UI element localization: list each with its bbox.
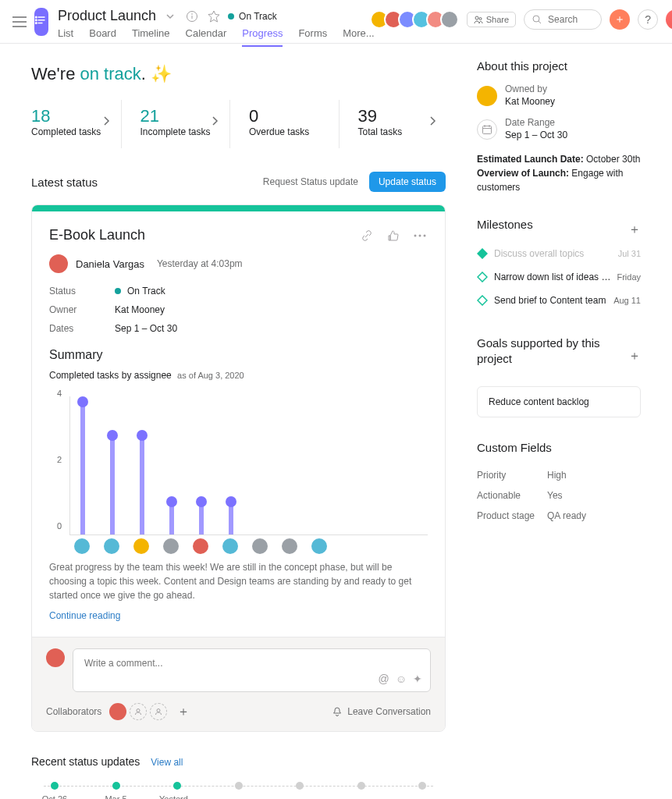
owner-avatar	[477, 86, 497, 106]
chart-title: Completed tasks by assignee as of Aug 3,…	[49, 370, 428, 381]
custom-field-row: Product stage QA ready	[477, 506, 641, 526]
status-dot-icon	[228, 13, 234, 20]
recent-updates-heading: Recent status updates	[31, 755, 140, 768]
search-icon	[532, 15, 542, 24]
status-timeline: Oct 26 Mar 5 Yesterd...	[31, 782, 446, 799]
date-range-value: Sep 1 – Oct 30	[505, 130, 567, 142]
info-icon[interactable]	[184, 9, 200, 24]
tab-calendar[interactable]: Calendar	[186, 27, 227, 47]
tab-list[interactable]: List	[58, 27, 73, 47]
help-button[interactable]: ?	[638, 9, 658, 30]
stat-value: 39	[358, 106, 436, 126]
svg-point-9	[419, 234, 421, 236]
assignee-avatar	[163, 538, 179, 554]
timeline-point	[399, 782, 446, 799]
milestone-date: Aug 11	[613, 296, 641, 305]
timeline-dot-icon	[296, 782, 304, 790]
share-button[interactable]: Share	[467, 12, 516, 27]
custom-field-key: Actionable	[477, 490, 547, 501]
share-label: Share	[486, 15, 509, 24]
emoji-icon[interactable]: ☺	[396, 673, 407, 685]
status-timestamp: Yesterday at 4:03pm	[157, 258, 243, 269]
y-tick: 0	[57, 521, 62, 531]
assignee-avatar	[74, 538, 90, 554]
continue-reading-link[interactable]: Continue reading	[49, 610, 428, 621]
svg-point-0	[36, 16, 37, 18]
assignee-avatar	[133, 538, 149, 554]
timeline-point[interactable]: Mar 5	[93, 782, 140, 799]
project-tabs: ListBoardTimelineCalendarProgressFormsMo…	[58, 27, 375, 47]
stat-card[interactable]: 39 Total tasks	[339, 100, 446, 148]
mention-icon[interactable]: @	[378, 673, 389, 685]
leave-conversation-button[interactable]: Leave Conversation	[332, 706, 431, 717]
timeline-label: Oct 26	[42, 794, 67, 799]
add-goal-button[interactable]: ＋	[628, 348, 641, 364]
current-user-avatar[interactable]	[666, 9, 672, 30]
project-status-pill[interactable]: On Track	[228, 11, 277, 22]
tab-progress[interactable]: Progress	[242, 27, 283, 47]
stat-card[interactable]: 18 Completed tasks	[31, 100, 119, 148]
milestone-date: Jul 31	[618, 249, 641, 258]
custom-field-key: Priority	[477, 470, 547, 481]
milestone-diamond-icon	[477, 272, 488, 282]
milestone-text: Discuss overall topics	[494, 248, 612, 259]
milestone-item[interactable]: Discuss overall topics Jul 31	[477, 242, 641, 265]
update-status-button[interactable]: Update status	[369, 172, 446, 192]
assignee-avatar	[104, 538, 119, 554]
member-avatar[interactable]	[440, 10, 459, 29]
request-status-link[interactable]: Request Status update	[263, 176, 358, 187]
comment-input-box[interactable]: @ ☺ ✦	[73, 648, 431, 692]
chevron-down-icon[interactable]	[162, 9, 178, 24]
chart-bar	[105, 430, 120, 534]
meta-status-value: On Track	[115, 286, 428, 297]
people-icon	[474, 15, 483, 24]
collaborator-placeholder[interactable]	[150, 703, 167, 720]
member-avatars[interactable]	[375, 10, 459, 29]
author-avatar	[49, 254, 68, 273]
timeline-dot-icon	[173, 782, 181, 790]
star-icon[interactable]	[206, 9, 222, 24]
timeline-point[interactable]: Yesterd...	[154, 782, 201, 799]
search-input[interactable]	[546, 13, 593, 26]
svg-point-7	[533, 16, 539, 22]
milestone-text: Send brief to Content team	[494, 295, 607, 306]
link-icon[interactable]	[359, 228, 375, 243]
chart-bar	[134, 430, 150, 534]
milestone-item[interactable]: Narrow down list of ideas t... Friday	[477, 265, 641, 289]
tab-timeline[interactable]: Timeline	[132, 27, 170, 47]
add-button[interactable]: ＋	[610, 9, 630, 30]
owner-value: Kat Mooney	[505, 96, 555, 108]
collaborator-avatar[interactable]	[109, 703, 126, 720]
search-box[interactable]	[524, 9, 602, 30]
chart-bar	[223, 496, 239, 534]
add-milestone-button[interactable]: ＋	[628, 222, 641, 238]
stat-card: 0 Overdue tasks	[229, 100, 337, 148]
milestone-text: Narrow down list of ideas t...	[494, 272, 610, 282]
status-card-title: E-Book Launch	[49, 227, 359, 243]
hamburger-menu-button[interactable]	[12, 11, 27, 33]
timeline-point[interactable]: Oct 26	[31, 782, 78, 799]
add-collaborator-button[interactable]: ＋	[175, 703, 192, 720]
milestone-item[interactable]: Send brief to Content team Aug 11	[477, 289, 641, 312]
date-range-label: Date Range	[505, 117, 567, 130]
comment-input[interactable]	[83, 657, 353, 669]
more-icon[interactable]	[412, 228, 428, 243]
timeline-dot-icon	[418, 782, 426, 790]
tab-forms[interactable]: Forms	[298, 27, 327, 47]
tab-more[interactable]: More...	[343, 27, 374, 47]
view-all-link[interactable]: View all	[151, 757, 183, 768]
tab-board[interactable]: Board	[89, 27, 116, 47]
timeline-label: Yesterd...	[159, 794, 195, 799]
custom-field-value: High	[547, 470, 567, 481]
goal-item[interactable]: Reduce content backlog	[477, 386, 641, 417]
owner-label: Owned by	[505, 83, 555, 96]
timeline-dot-icon	[112, 782, 120, 790]
milestone-date: Friday	[617, 272, 641, 282]
collaborator-placeholder[interactable]	[130, 703, 147, 720]
y-tick: 4	[57, 389, 62, 398]
custom-fields-heading: Custom Fields	[477, 441, 641, 454]
status-dot-icon	[115, 288, 121, 294]
star-icon[interactable]: ✦	[413, 673, 422, 685]
stat-card[interactable]: 21 Incomplete tasks	[121, 100, 229, 148]
like-icon[interactable]	[386, 228, 401, 243]
